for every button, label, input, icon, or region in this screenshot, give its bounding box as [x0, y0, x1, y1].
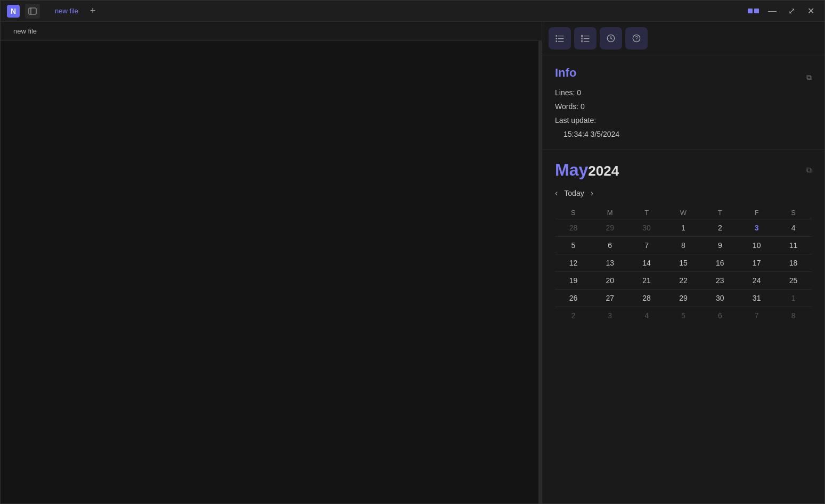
editor-tab-bar: new file [1, 22, 542, 41]
calendar-next-button[interactable]: › [591, 188, 593, 198]
calendar-nav: ‹ Today › [555, 188, 812, 198]
calendar-day-cell[interactable]: 12 [555, 254, 592, 272]
calendar-day-cell[interactable]: 5 [555, 237, 592, 254]
info-copy-button[interactable]: ⧉ [806, 73, 812, 82]
calendar-day-cell[interactable]: 1 [775, 290, 812, 307]
calendar-day-cell[interactable]: 19 [555, 272, 592, 290]
calendar-day-cell[interactable]: 24 [738, 272, 775, 290]
calendar-grid: SMTWTFS 28293012345678910111213141516171… [555, 206, 812, 324]
minimize-button[interactable]: — [765, 4, 780, 19]
calendar-day-cell[interactable]: 28 [628, 290, 665, 307]
calendar-day-cell[interactable]: 28 [555, 219, 592, 237]
layout-icon [748, 9, 759, 13]
calendar-day-cell[interactable]: 2 [555, 307, 592, 325]
calendar-day-cell[interactable]: 20 [592, 272, 628, 290]
calendar-day-cell[interactable]: 2 [701, 219, 738, 237]
calendar-day-cell[interactable]: 31 [738, 290, 775, 307]
svg-rect-4 [556, 38, 558, 39]
calendar-day-cell[interactable]: 4 [775, 219, 812, 237]
svg-rect-12 [582, 40, 583, 42]
calendar-day-cell[interactable]: 29 [592, 219, 628, 237]
calendar-week-row: 567891011 [555, 237, 812, 254]
calendar-day-cell[interactable]: 25 [775, 272, 812, 290]
title-bar-right: — ⤢ ✕ [746, 4, 818, 19]
panel-toolbar: ? [542, 22, 824, 55]
list-icon [554, 33, 565, 44]
calendar-day-cell[interactable]: 15 [665, 254, 702, 272]
calendar-day-cell[interactable]: 27 [592, 290, 628, 307]
sidebar-icon [28, 7, 37, 15]
calendar-day-cell[interactable]: 23 [701, 272, 738, 290]
calendar-day-cell[interactable]: 29 [665, 290, 702, 307]
svg-rect-0 [29, 8, 36, 14]
info-last-update-label: Last update: [555, 116, 812, 125]
calendar-day-header: W [665, 206, 702, 219]
calendar-day-cell[interactable]: 21 [628, 272, 665, 290]
calendar-day-cell[interactable]: 30 [628, 219, 665, 237]
calendar-day-cell[interactable]: 7 [628, 237, 665, 254]
calendar-day-cell[interactable]: 17 [738, 254, 775, 272]
title-bar-left: N new file + [7, 4, 100, 19]
calendar-day-cell[interactable]: 10 [738, 237, 775, 254]
calendar-copy-button[interactable]: ⧉ [806, 166, 812, 175]
info-lines: Lines: 0 [555, 88, 812, 97]
svg-rect-2 [556, 35, 558, 37]
calendar-today-button[interactable]: Today [564, 189, 584, 197]
calendar-section: May2024 ⧉ ‹ Today › SMTWTFS [542, 150, 824, 503]
calendar-day-header: S [555, 206, 592, 219]
checklist-icon [580, 33, 591, 44]
calendar-day-cell[interactable]: 3 [592, 307, 628, 325]
calendar-day-cell[interactable]: 6 [592, 237, 628, 254]
help-panel-button[interactable]: ? [625, 27, 648, 49]
editor-content[interactable] [1, 41, 542, 503]
calendar-day-cell[interactable]: 14 [628, 254, 665, 272]
sidebar-toggle-button[interactable] [25, 4, 40, 19]
calendar-day-cell[interactable]: 13 [592, 254, 628, 272]
svg-line-16 [611, 38, 612, 39]
title-bar: N new file + — ⤢ ✕ [1, 1, 824, 22]
list-panel-button[interactable] [549, 27, 571, 49]
svg-rect-9 [584, 36, 590, 36]
close-button[interactable]: ✕ [803, 4, 818, 19]
info-title: Info [555, 66, 576, 80]
editor-area: new file [1, 22, 542, 503]
calendar-title: May2024 [555, 160, 619, 180]
calendar-day-cell[interactable]: 7 [738, 307, 775, 325]
layout-button[interactable] [746, 4, 761, 19]
calendar-day-cell[interactable]: 8 [665, 237, 702, 254]
svg-rect-11 [584, 38, 590, 39]
calendar-day-cell[interactable]: 4 [628, 307, 665, 325]
calendar-day-header: T [628, 206, 665, 219]
calendar-day-cell[interactable]: 22 [665, 272, 702, 290]
editor-tab[interactable]: new file [5, 24, 45, 38]
question-icon: ? [631, 33, 642, 44]
calendar-day-cell[interactable]: 30 [701, 290, 738, 307]
calendar-day-cell[interactable]: 8 [775, 307, 812, 325]
calendar-day-cell[interactable]: 11 [775, 237, 812, 254]
calendar-day-cell[interactable]: 1 [665, 219, 702, 237]
svg-rect-6 [556, 40, 558, 42]
calendar-day-cell[interactable]: 3 [738, 219, 775, 237]
calendar-day-cell[interactable]: 18 [775, 254, 812, 272]
svg-rect-7 [558, 41, 564, 42]
file-tab[interactable]: new file [50, 5, 84, 17]
calendar-week-row: 2829301234 [555, 219, 812, 237]
calendar-week-row: 2627282930311 [555, 290, 812, 307]
calendar-day-cell[interactable]: 5 [665, 307, 702, 325]
calendar-day-cell[interactable]: 16 [701, 254, 738, 272]
maximize-button[interactable]: ⤢ [784, 4, 799, 19]
calendar-month: May [555, 160, 588, 179]
checklist-panel-button[interactable] [574, 27, 597, 49]
resize-handle[interactable] [538, 41, 542, 503]
calendar-prev-button[interactable]: ‹ [555, 188, 558, 198]
app-logo: N [7, 5, 20, 18]
add-tab-button[interactable]: + [86, 4, 100, 18]
calendar-day-cell[interactable]: 9 [701, 237, 738, 254]
calendar-header: May2024 ⧉ [555, 160, 812, 180]
svg-rect-13 [584, 41, 590, 42]
calendar-week-row: 19202122232425 [555, 272, 812, 290]
clock-panel-button[interactable] [600, 27, 622, 49]
calendar-week-row: 2345678 [555, 307, 812, 325]
calendar-day-cell[interactable]: 6 [701, 307, 738, 325]
calendar-day-cell[interactable]: 26 [555, 290, 592, 307]
